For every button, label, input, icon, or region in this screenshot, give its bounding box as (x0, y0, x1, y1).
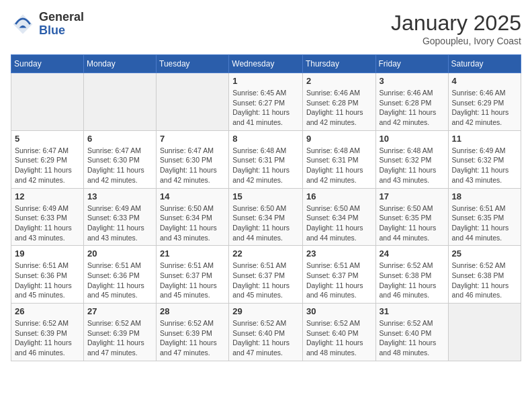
day-number: 3 (380, 76, 445, 86)
weekday-header: Monday (84, 55, 157, 73)
day-detail: Sunrise: 6:50 AMSunset: 6:34 PMDaylight:… (232, 203, 299, 243)
calendar-cell: 8Sunrise: 6:48 AMSunset: 6:31 PMDaylight… (229, 130, 303, 188)
calendar-cell: 17Sunrise: 6:50 AMSunset: 6:35 PMDayligh… (375, 188, 448, 246)
day-detail: Sunrise: 6:46 AMSunset: 6:28 PMDaylight:… (306, 88, 372, 128)
calendar-cell: 23Sunrise: 6:51 AMSunset: 6:37 PMDayligh… (302, 246, 375, 304)
day-number: 27 (87, 306, 152, 316)
calendar-cell: 26Sunrise: 6:52 AMSunset: 6:39 PMDayligh… (11, 304, 84, 361)
calendar-cell: 15Sunrise: 6:50 AMSunset: 6:34 PMDayligh… (229, 188, 303, 246)
calendar-cell: 31Sunrise: 6:52 AMSunset: 6:40 PMDayligh… (375, 304, 448, 361)
day-detail: Sunrise: 6:45 AMSunset: 6:27 PMDaylight:… (232, 88, 299, 128)
calendar-cell (157, 73, 229, 131)
calendar-cell: 7Sunrise: 6:47 AMSunset: 6:30 PMDaylight… (157, 130, 229, 188)
day-detail: Sunrise: 6:52 AMSunset: 6:39 PMDaylight:… (15, 318, 80, 358)
day-number: 24 (380, 248, 445, 259)
day-number: 11 (452, 134, 517, 144)
month-title: January 2025 (391, 11, 521, 36)
day-detail: Sunrise: 6:51 AMSunset: 6:36 PMDaylight:… (15, 261, 80, 300)
calendar-cell (11, 73, 84, 131)
calendar-cell: 18Sunrise: 6:51 AMSunset: 6:35 PMDayligh… (448, 188, 521, 246)
day-number: 22 (232, 248, 299, 259)
calendar-week-row: 1Sunrise: 6:45 AMSunset: 6:27 PMDaylight… (11, 73, 521, 131)
calendar-week-row: 26Sunrise: 6:52 AMSunset: 6:39 PMDayligh… (11, 304, 521, 361)
day-detail: Sunrise: 6:47 AMSunset: 6:30 PMDaylight:… (160, 146, 225, 185)
logo: General Blue (11, 11, 84, 38)
logo-general-text: General (39, 11, 84, 24)
day-detail: Sunrise: 6:52 AMSunset: 6:39 PMDaylight:… (87, 318, 152, 358)
calendar-cell: 10Sunrise: 6:48 AMSunset: 6:32 PMDayligh… (375, 130, 448, 188)
weekday-header: Thursday (302, 55, 375, 73)
weekday-header: Tuesday (157, 55, 229, 73)
day-detail: Sunrise: 6:49 AMSunset: 6:32 PMDaylight:… (452, 146, 517, 185)
day-number: 18 (452, 191, 517, 201)
calendar-cell: 1Sunrise: 6:45 AMSunset: 6:27 PMDaylight… (229, 73, 303, 131)
day-detail: Sunrise: 6:47 AMSunset: 6:29 PMDaylight:… (15, 146, 80, 185)
logo-icon (11, 12, 35, 36)
calendar-cell: 28Sunrise: 6:52 AMSunset: 6:39 PMDayligh… (157, 304, 229, 361)
day-detail: Sunrise: 6:47 AMSunset: 6:30 PMDaylight:… (87, 146, 152, 185)
day-detail: Sunrise: 6:50 AMSunset: 6:35 PMDaylight:… (380, 203, 445, 243)
calendar-week-row: 19Sunrise: 6:51 AMSunset: 6:36 PMDayligh… (11, 246, 521, 304)
day-number: 30 (306, 306, 372, 316)
calendar-cell: 24Sunrise: 6:52 AMSunset: 6:38 PMDayligh… (375, 246, 448, 304)
day-number: 8 (232, 134, 299, 144)
weekday-header: Wednesday (229, 55, 303, 73)
calendar-week-row: 12Sunrise: 6:49 AMSunset: 6:33 PMDayligh… (11, 188, 521, 246)
day-detail: Sunrise: 6:51 AMSunset: 6:37 PMDaylight:… (232, 261, 299, 300)
day-detail: Sunrise: 6:49 AMSunset: 6:33 PMDaylight:… (87, 203, 152, 243)
calendar-cell: 11Sunrise: 6:49 AMSunset: 6:32 PMDayligh… (448, 130, 521, 188)
day-number: 4 (452, 76, 517, 86)
day-detail: Sunrise: 6:52 AMSunset: 6:40 PMDaylight:… (306, 318, 372, 358)
weekday-row: SundayMondayTuesdayWednesdayThursdayFrid… (11, 55, 521, 73)
day-detail: Sunrise: 6:51 AMSunset: 6:36 PMDaylight:… (87, 261, 152, 300)
day-number: 23 (306, 248, 372, 259)
calendar-cell: 5Sunrise: 6:47 AMSunset: 6:29 PMDaylight… (11, 130, 84, 188)
calendar-cell: 4Sunrise: 6:46 AMSunset: 6:29 PMDaylight… (448, 73, 521, 131)
day-detail: Sunrise: 6:52 AMSunset: 6:38 PMDaylight:… (380, 261, 445, 300)
weekday-header: Sunday (11, 55, 84, 73)
calendar-table: SundayMondayTuesdayWednesdayThursdayFrid… (11, 54, 521, 361)
calendar-header: SundayMondayTuesdayWednesdayThursdayFrid… (11, 55, 521, 73)
calendar-cell: 12Sunrise: 6:49 AMSunset: 6:33 PMDayligh… (11, 188, 84, 246)
calendar-cell: 22Sunrise: 6:51 AMSunset: 6:37 PMDayligh… (229, 246, 303, 304)
day-detail: Sunrise: 6:46 AMSunset: 6:28 PMDaylight:… (380, 88, 445, 128)
day-detail: Sunrise: 6:46 AMSunset: 6:29 PMDaylight:… (452, 88, 517, 128)
day-number: 13 (87, 191, 152, 201)
weekday-header: Saturday (448, 55, 521, 73)
calendar-cell: 20Sunrise: 6:51 AMSunset: 6:36 PMDayligh… (84, 246, 157, 304)
calendar-cell: 6Sunrise: 6:47 AMSunset: 6:30 PMDaylight… (84, 130, 157, 188)
day-detail: Sunrise: 6:48 AMSunset: 6:31 PMDaylight:… (306, 146, 372, 185)
day-number: 29 (232, 306, 299, 316)
calendar-week-row: 5Sunrise: 6:47 AMSunset: 6:29 PMDaylight… (11, 130, 521, 188)
logo-text: General Blue (39, 11, 84, 38)
calendar-cell: 16Sunrise: 6:50 AMSunset: 6:34 PMDayligh… (302, 188, 375, 246)
day-number: 9 (306, 134, 372, 144)
calendar-cell (448, 304, 521, 361)
day-number: 16 (306, 191, 372, 201)
day-number: 31 (380, 306, 445, 316)
title-block: January 2025 Gopoupleu, Ivory Coast (391, 11, 521, 46)
calendar-cell: 29Sunrise: 6:52 AMSunset: 6:40 PMDayligh… (229, 304, 303, 361)
calendar-cell: 2Sunrise: 6:46 AMSunset: 6:28 PMDaylight… (302, 73, 375, 131)
day-number: 2 (306, 76, 372, 86)
day-number: 19 (15, 248, 80, 259)
day-detail: Sunrise: 6:51 AMSunset: 6:37 PMDaylight:… (306, 261, 372, 300)
day-detail: Sunrise: 6:48 AMSunset: 6:32 PMDaylight:… (380, 146, 445, 185)
day-number: 21 (160, 248, 225, 259)
day-detail: Sunrise: 6:52 AMSunset: 6:40 PMDaylight:… (232, 318, 299, 358)
page-header: General Blue January 2025 Gopoupleu, Ivo… (11, 11, 521, 46)
calendar-cell: 21Sunrise: 6:51 AMSunset: 6:37 PMDayligh… (157, 246, 229, 304)
day-number: 1 (232, 76, 299, 86)
day-detail: Sunrise: 6:51 AMSunset: 6:35 PMDaylight:… (452, 203, 517, 243)
day-number: 10 (380, 134, 445, 144)
calendar-cell: 14Sunrise: 6:50 AMSunset: 6:34 PMDayligh… (157, 188, 229, 246)
day-detail: Sunrise: 6:52 AMSunset: 6:40 PMDaylight:… (380, 318, 445, 358)
day-detail: Sunrise: 6:52 AMSunset: 6:38 PMDaylight:… (452, 261, 517, 300)
calendar-cell: 19Sunrise: 6:51 AMSunset: 6:36 PMDayligh… (11, 246, 84, 304)
calendar-cell: 3Sunrise: 6:46 AMSunset: 6:28 PMDaylight… (375, 73, 448, 131)
day-number: 5 (15, 134, 80, 144)
day-number: 28 (160, 306, 225, 316)
day-detail: Sunrise: 6:52 AMSunset: 6:39 PMDaylight:… (160, 318, 225, 358)
day-number: 7 (160, 134, 225, 144)
logo-blue-text: Blue (39, 24, 84, 38)
